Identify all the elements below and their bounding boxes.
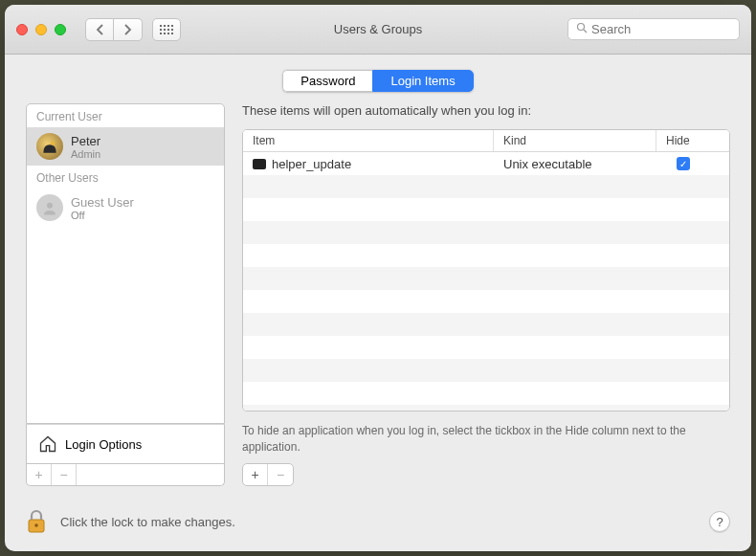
search-field[interactable] — [567, 18, 740, 40]
user-name: Guest User — [71, 195, 134, 210]
lock-text: Click the lock to make changes. — [60, 515, 696, 529]
lock-icon[interactable] — [26, 509, 47, 534]
section-other-users: Other Users — [27, 166, 224, 189]
item-name: helper_update — [272, 157, 351, 171]
search-icon — [576, 22, 588, 36]
show-all-button[interactable] — [152, 18, 181, 41]
remove-item-button[interactable]: − — [268, 464, 293, 485]
hint-text: To hide an application when you log in, … — [242, 423, 730, 456]
user-item-guest[interactable]: Guest User Off — [27, 189, 224, 227]
tab-bar: Password Login Items — [5, 55, 751, 103]
col-spacer — [710, 130, 729, 151]
login-items-table: Item Kind Hide helper_update Unix execut… — [242, 129, 730, 411]
section-current-user: Current User — [27, 104, 224, 127]
search-input[interactable] — [591, 22, 731, 36]
tab-password[interactable]: Password — [282, 70, 372, 92]
col-item[interactable]: Item — [243, 130, 494, 151]
preferences-window: Users & Groups Password Login Items Curr… — [5, 5, 751, 551]
titlebar: Users & Groups — [5, 5, 751, 55]
user-item-current[interactable]: Peter Admin — [27, 127, 224, 166]
user-role: Off — [71, 210, 134, 221]
home-icon — [38, 434, 57, 454]
minimize-window-button[interactable] — [35, 24, 47, 35]
svg-line-1 — [584, 30, 587, 33]
user-role: Admin — [71, 148, 100, 160]
login-options-button[interactable]: Login Options — [26, 424, 225, 464]
login-items-panel: These items will open automatically when… — [242, 103, 730, 486]
table-header: Item Kind Hide — [243, 130, 729, 152]
hide-checkbox[interactable]: ✓ — [677, 157, 690, 170]
grid-icon — [160, 25, 173, 34]
add-item-button[interactable]: + — [243, 464, 268, 485]
svg-point-2 — [51, 142, 55, 145]
avatar — [36, 194, 63, 221]
window-controls — [16, 24, 66, 35]
svg-point-5 — [34, 523, 38, 527]
item-add-remove: + − — [242, 463, 294, 486]
chevron-right-icon — [123, 24, 132, 35]
login-options-label: Login Options — [65, 437, 142, 452]
content-area: Password Login Items Current User Peter … — [5, 55, 751, 551]
table-body[interactable]: helper_update Unix executable ✓ — [243, 152, 729, 411]
user-list: Current User Peter Admin Other Users — [26, 103, 225, 424]
avatar — [36, 133, 63, 160]
chevron-left-icon — [96, 24, 104, 35]
forward-button[interactable] — [114, 18, 143, 41]
user-name: Peter — [71, 134, 100, 148]
window-title: Users & Groups — [334, 22, 422, 36]
panel-description: These items will open automatically when… — [242, 103, 730, 118]
help-button[interactable]: ? — [709, 511, 730, 532]
terminal-icon — [253, 159, 266, 169]
user-sidebar: Current User Peter Admin Other Users — [26, 103, 225, 486]
add-user-button[interactable]: + — [27, 464, 52, 485]
item-kind: Unix executable — [494, 157, 656, 171]
table-row[interactable]: helper_update Unix executable ✓ — [243, 152, 729, 175]
footer: Click the lock to make changes. ? — [5, 496, 751, 551]
col-kind[interactable]: Kind — [494, 130, 656, 151]
col-hide[interactable]: Hide — [656, 130, 710, 151]
back-button[interactable] — [85, 18, 114, 41]
svg-point-3 — [47, 203, 53, 209]
svg-point-0 — [578, 24, 585, 31]
close-window-button[interactable] — [16, 24, 28, 35]
tab-login-items[interactable]: Login Items — [372, 70, 473, 92]
zoom-window-button[interactable] — [55, 24, 66, 35]
user-add-remove: + − — [26, 464, 225, 486]
nav-buttons — [85, 18, 143, 41]
remove-user-button[interactable]: − — [52, 464, 77, 485]
